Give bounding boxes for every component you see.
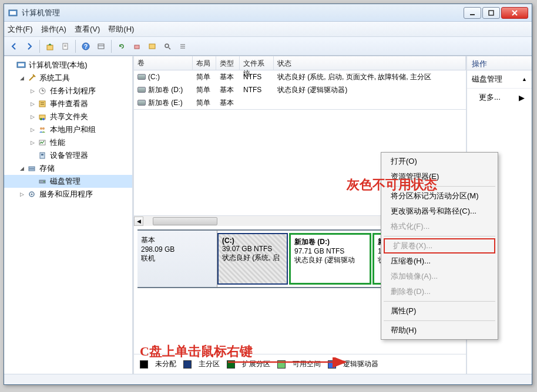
- view-button[interactable]: [95, 40, 108, 53]
- svg-point-33: [42, 127, 45, 130]
- help-button[interactable]: ?: [79, 40, 92, 53]
- volume-row[interactable]: (C:) 简单 基本 NTFS 状态良好 (系统, 启动, 页面文件, 故障转储…: [134, 70, 466, 83]
- partition-c[interactable]: (C:) 39.07 GB NTFS 状态良好 (系统, 启: [217, 233, 288, 285]
- svg-line-17: [169, 48, 170, 49]
- legend-label: 可用空间: [293, 359, 321, 369]
- cell: 基本: [216, 85, 240, 95]
- svg-rect-14: [135, 45, 139, 49]
- ctx-extend: 扩展卷(X)...: [384, 238, 495, 254]
- expand-icon[interactable]: ▷: [29, 87, 36, 94]
- disk-type: 基本: [141, 235, 213, 245]
- filter-button[interactable]: [146, 40, 159, 53]
- svg-rect-15: [149, 44, 155, 49]
- back-button[interactable]: [8, 40, 21, 53]
- cell: 基本: [216, 98, 240, 108]
- legend-label: 未分配: [155, 359, 176, 369]
- tools-icon: [26, 73, 37, 83]
- refresh-button[interactable]: [115, 40, 128, 53]
- scroll-left-icon[interactable]: ◀: [134, 217, 143, 226]
- tree-devmgr[interactable]: 设备管理器: [4, 149, 132, 162]
- tree-perf[interactable]: ▷ 性能: [4, 136, 132, 149]
- swatch-unalloc: [140, 360, 148, 369]
- up-button[interactable]: [43, 40, 56, 53]
- tree-systools[interactable]: ◢ 系统工具: [4, 72, 132, 85]
- col-layout[interactable]: 布局: [193, 56, 216, 70]
- tree-tasksched[interactable]: ▷ 任务计划程序: [4, 85, 132, 97]
- actions-group[interactable]: 磁盘管理 ▲: [467, 70, 532, 89]
- properties-button[interactable]: [59, 40, 72, 53]
- partition-d[interactable]: 新加卷 (D:) 97.71 GB NTFS 状态良好 (逻辑驱动: [289, 233, 371, 285]
- col-status[interactable]: 状态: [274, 56, 466, 70]
- cell: 状态良好 (逻辑驱动器): [274, 85, 466, 95]
- collapse-icon: ▲: [522, 76, 527, 82]
- tree-storage[interactable]: ◢ 存储: [4, 162, 132, 175]
- actions-group-label: 磁盘管理: [472, 74, 502, 85]
- expand-icon[interactable]: ▷: [29, 113, 36, 120]
- close-button[interactable]: [501, 7, 528, 19]
- menu-view[interactable]: 查看(V): [75, 24, 100, 35]
- svg-point-32: [40, 127, 42, 130]
- minimize-button[interactable]: [464, 7, 481, 19]
- tree-label: 存储: [39, 163, 55, 174]
- col-type[interactable]: 类型: [216, 56, 240, 70]
- menu-file[interactable]: 文件(F): [8, 24, 33, 35]
- col-filesystem[interactable]: 文件系统: [240, 56, 274, 70]
- window-title: 计算机管理: [22, 8, 462, 18]
- volume-row[interactable]: 新加卷 (E:) 简单 基本: [134, 96, 466, 109]
- actions-header: 操作: [467, 56, 532, 70]
- collapse-icon[interactable]: ◢: [18, 165, 25, 172]
- ctx-explorer[interactable]: 资源管理器(E): [382, 169, 496, 184]
- tree-shared[interactable]: ▷ 共享文件夹: [4, 110, 132, 123]
- actions-more[interactable]: 更多... ▶: [467, 89, 532, 106]
- part-size: 97.71 GB NTFS: [294, 247, 366, 255]
- menu-help[interactable]: 帮助(H): [108, 24, 134, 35]
- context-menu: 打开(O) 资源管理器(E) 将分区标记为活动分区(M) 更改驱动器号和路径(C…: [381, 152, 498, 340]
- cell: 简单: [193, 85, 216, 95]
- computer-management-window: 计算机管理 文件(F) 操作(A) 查看(V) 帮助(H) ?: [4, 4, 532, 385]
- ctx-delete: 删除卷(D)...: [382, 284, 496, 299]
- scroll-thumb[interactable]: [153, 217, 217, 225]
- tree-root[interactable]: 计算机管理(本地): [4, 59, 132, 72]
- ctx-active[interactable]: 将分区标记为活动分区(M): [382, 188, 496, 204]
- expand-icon[interactable]: ▷: [18, 191, 25, 198]
- expand-icon[interactable]: ▷: [29, 139, 36, 146]
- find-button[interactable]: [161, 40, 174, 53]
- svg-rect-26: [39, 101, 45, 107]
- disk-icon: [37, 177, 48, 186]
- disk-info[interactable]: 基本 298.09 GB 联机: [137, 231, 217, 287]
- ctx-help[interactable]: 帮助(H): [382, 323, 496, 338]
- tree-eventviewer[interactable]: ▷ 事件查看器: [4, 97, 132, 110]
- ctx-properties[interactable]: 属性(P): [382, 303, 496, 319]
- settings-button[interactable]: [130, 40, 143, 53]
- ctx-change-letter[interactable]: 更改驱动器号和路径(C)...: [382, 204, 496, 219]
- storage-icon: [26, 164, 37, 173]
- volume-row[interactable]: 新加卷 (D:) 简单 基本 NTFS 状态良好 (逻辑驱动器): [134, 83, 466, 96]
- forward-button[interactable]: [23, 40, 36, 53]
- tree-localusers[interactable]: ▷ 本地用户和组: [4, 123, 132, 136]
- svg-rect-38: [29, 169, 35, 171]
- title-bar: 计算机管理: [4, 4, 532, 22]
- cell: 新加卷 (D:): [148, 85, 183, 95]
- legend-label: 逻辑驱动器: [343, 359, 378, 369]
- menu-action[interactable]: 操作(A): [41, 24, 66, 35]
- expand-icon[interactable]: ▷: [29, 126, 36, 133]
- cell: 新加卷 (E:): [148, 98, 183, 108]
- toolbar-divider: [39, 40, 40, 53]
- ctx-shrink[interactable]: 压缩卷(H)...: [382, 254, 496, 269]
- collapse-icon[interactable]: ◢: [18, 75, 25, 82]
- tree-services[interactable]: ▷ 服务和应用程序: [4, 188, 132, 201]
- col-volume[interactable]: 卷: [134, 56, 193, 70]
- cell: NTFS: [240, 73, 274, 81]
- nav-tree: 计算机管理(本地) ◢ 系统工具 ▷ 任务计划程序 ▷ 事件查看器 ▷ 共享文件…: [4, 56, 133, 374]
- expand-icon[interactable]: ▷: [29, 100, 36, 107]
- ctx-open[interactable]: 打开(O): [382, 154, 496, 169]
- disk-status: 联机: [141, 254, 213, 263]
- list-button[interactable]: [176, 40, 189, 53]
- event-icon: [37, 99, 48, 109]
- ctx-mirror: 添加镜像(A)...: [382, 269, 496, 284]
- tree-diskmgmt[interactable]: 磁盘管理: [4, 175, 132, 188]
- device-icon: [37, 151, 48, 160]
- maximize-button[interactable]: [482, 7, 500, 19]
- svg-rect-12: [98, 44, 104, 49]
- swatch-primary: [183, 360, 192, 369]
